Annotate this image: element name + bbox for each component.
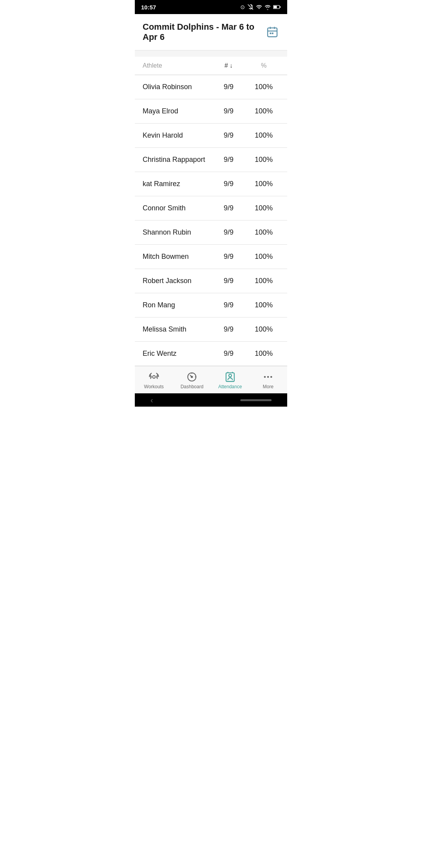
attendance-count: 9/9 xyxy=(209,325,248,334)
table-row[interactable]: Shannon Rubin 9/9 100% xyxy=(135,221,287,245)
table-row[interactable]: kat Ramirez 9/9 100% xyxy=(135,172,287,196)
attendance-count: 9/9 xyxy=(209,253,248,261)
athlete-name: Shannon Rubin xyxy=(143,228,209,237)
nav-label-dashboard: Dashboard xyxy=(181,384,204,389)
svg-point-12 xyxy=(191,376,193,378)
svg-point-19 xyxy=(264,376,266,378)
count-label: # xyxy=(225,62,228,69)
attendance-count: 9/9 xyxy=(209,156,248,164)
attendance-percent: 100% xyxy=(248,228,279,237)
attendance-percent: 100% xyxy=(248,253,279,261)
attendance-count: 9/9 xyxy=(209,277,248,285)
calendar-icon xyxy=(266,26,279,38)
attendance-count: 9/9 xyxy=(209,107,248,115)
home-bar: ‹ xyxy=(135,393,287,407)
attendance-percent: 100% xyxy=(248,180,279,188)
nav-label-more: More xyxy=(263,384,274,389)
column-header-percent: % xyxy=(248,62,279,69)
pocket-icon: ⊙ xyxy=(240,4,245,10)
attendance-icon xyxy=(225,371,236,382)
svg-point-21 xyxy=(270,376,272,378)
athletes-table: Olivia Robinson 9/9 100% Maya Elrod 9/9 … xyxy=(135,75,287,366)
athlete-name: Mitch Bowmen xyxy=(143,253,209,261)
athlete-name: Ron Mang xyxy=(143,301,209,309)
battery-icon xyxy=(273,4,281,10)
svg-rect-8 xyxy=(270,32,271,34)
status-icons: ⊙ xyxy=(240,4,281,10)
attendance-percent: 100% xyxy=(248,156,279,164)
sort-arrow-icon: ↓ xyxy=(229,62,232,69)
back-button[interactable]: ‹ xyxy=(150,396,153,405)
svg-rect-2 xyxy=(274,6,277,8)
dashboard-icon xyxy=(186,371,197,382)
athlete-name: kat Ramirez xyxy=(143,180,209,188)
table-row[interactable]: Eric Wentz 9/9 100% xyxy=(135,342,287,366)
nav-label-attendance: Attendance xyxy=(218,384,242,389)
attendance-count: 9/9 xyxy=(209,180,248,188)
nav-item-more[interactable]: More xyxy=(249,371,288,389)
athlete-name: Kevin Harold xyxy=(143,131,209,140)
table-row[interactable]: Mitch Bowmen 9/9 100% xyxy=(135,245,287,269)
attendance-percent: 100% xyxy=(248,325,279,334)
svg-rect-4 xyxy=(268,28,277,37)
table-row[interactable]: Melissa Smith 9/9 100% xyxy=(135,317,287,342)
athlete-name: Robert Jackson xyxy=(143,277,209,285)
column-header-count[interactable]: # ↓ xyxy=(209,62,248,69)
attendance-percent: 100% xyxy=(248,131,279,140)
attendance-percent: 100% xyxy=(248,83,279,91)
svg-point-16 xyxy=(229,374,231,377)
table-row[interactable]: Connor Smith 9/9 100% xyxy=(135,196,287,221)
attendance-count: 9/9 xyxy=(209,350,248,358)
wifi-icon xyxy=(256,4,262,10)
table-row[interactable]: Christina Rappaport 9/9 100% xyxy=(135,148,287,172)
svg-rect-9 xyxy=(272,32,274,34)
svg-point-10 xyxy=(152,375,155,378)
athlete-name: Christina Rappaport xyxy=(143,156,209,164)
home-indicator xyxy=(240,399,272,401)
attendance-percent: 100% xyxy=(248,204,279,212)
table-row[interactable]: Kevin Harold 9/9 100% xyxy=(135,124,287,148)
status-time: 10:57 xyxy=(141,4,156,11)
attendance-percent: 100% xyxy=(248,301,279,309)
table-row[interactable]: Ron Mang 9/9 100% xyxy=(135,293,287,317)
attendance-percent: 100% xyxy=(248,107,279,115)
attendance-count: 9/9 xyxy=(209,301,248,309)
svg-point-20 xyxy=(267,376,269,378)
subheader-divider xyxy=(135,50,287,57)
nav-item-dashboard[interactable]: Dashboard xyxy=(173,371,211,389)
svg-rect-3 xyxy=(280,6,281,7)
athlete-name: Connor Smith xyxy=(143,204,209,212)
attendance-percent: 100% xyxy=(248,277,279,285)
athlete-name: Eric Wentz xyxy=(143,350,209,358)
attendance-count: 9/9 xyxy=(209,228,248,237)
status-bar: 10:57 ⊙ xyxy=(135,0,287,14)
attendance-count: 9/9 xyxy=(209,204,248,212)
attendance-percent: 100% xyxy=(248,350,279,358)
column-header-athlete: Athlete xyxy=(143,62,209,69)
bottom-navigation: Workouts Dashboard Attendance More xyxy=(135,366,287,393)
workouts-icon xyxy=(148,371,159,382)
table-row[interactable]: Maya Elrod 9/9 100% xyxy=(135,99,287,124)
table-row[interactable]: Robert Jackson 9/9 100% xyxy=(135,269,287,293)
nav-item-workouts[interactable]: Workouts xyxy=(135,371,173,389)
attendance-count: 9/9 xyxy=(209,83,248,91)
athlete-name: Melissa Smith xyxy=(143,325,209,334)
athlete-name: Maya Elrod xyxy=(143,107,209,115)
calendar-button[interactable] xyxy=(265,24,279,40)
table-header: Athlete # ↓ % xyxy=(135,57,287,75)
attendance-count: 9/9 xyxy=(209,131,248,140)
notification-off-icon xyxy=(247,4,254,10)
nav-label-workouts: Workouts xyxy=(144,384,164,389)
page-title: Commit Dolphins - Mar 6 to Apr 6 xyxy=(143,22,265,42)
page-header: Commit Dolphins - Mar 6 to Apr 6 xyxy=(135,14,287,50)
athlete-name: Olivia Robinson xyxy=(143,83,209,91)
nav-item-attendance[interactable]: Attendance xyxy=(211,371,249,389)
table-row[interactable]: Olivia Robinson 9/9 100% xyxy=(135,75,287,99)
more-icon xyxy=(263,371,274,382)
signal-icon xyxy=(265,4,271,10)
